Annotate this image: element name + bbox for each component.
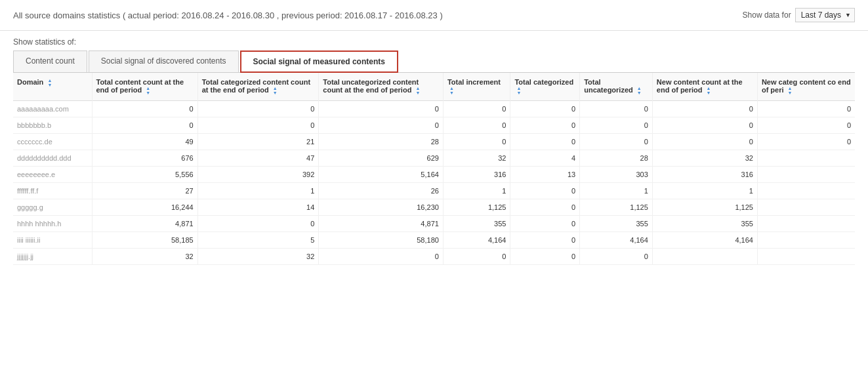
cell-col-0: 49 [92,134,197,150]
show-stats-label: Show statistics of: [13,37,855,47]
sort-total-categorized[interactable]: ▲ ▼ [516,86,521,95]
cell-col-7: 0 [757,117,855,134]
cell-col-4: 4 [510,150,580,167]
cell-col-0: 0 [92,101,197,117]
cell-col-7 [757,199,855,216]
cell-col-0: 4,871 [92,216,197,232]
table-row: jjjjjjj.jj 32320000 [13,249,855,265]
cell-col-2: 58,180 [319,232,444,249]
cell-col-7 [757,249,855,265]
cell-col-0: 5,556 [92,167,197,183]
cell-col-1: 1 [197,183,319,199]
cell-col-5: 0 [580,134,653,150]
cell-domain: hhhh hhhhh.h [13,216,92,232]
cell-col-1: 392 [197,167,319,183]
col-header-domain: Domain ▲ ▼ [13,73,92,101]
data-table-wrap: Domain ▲ ▼ Total content count at the en… [13,73,855,265]
cell-col-6: 1,125 [652,199,757,216]
table-row: ffffff.ff.f 271261011 [13,183,855,199]
cell-col-1: 0 [197,216,319,232]
cell-domain: ggggg.g [13,199,92,216]
cell-col-2: 0 [319,117,444,134]
cell-col-7 [757,216,855,232]
cell-col-1: 5 [197,232,319,249]
col-header-total-cat: Total categorized content count at the e… [197,73,319,101]
sort-total-cat[interactable]: ▲ ▼ [273,86,278,95]
cell-col-4: 0 [510,183,580,199]
cell-col-3: 32 [443,150,510,167]
cell-col-6 [652,249,757,265]
cell-col-0: 58,185 [92,232,197,249]
cell-col-4: 0 [510,134,580,150]
cell-col-2: 4,871 [319,216,444,232]
cell-col-5: 28 [580,150,653,167]
statistics-table: Domain ▲ ▼ Total content count at the en… [13,73,855,265]
sort-domain[interactable]: ▲ ▼ [47,78,52,87]
cell-col-4: 0 [510,199,580,216]
cell-col-6: 0 [652,134,757,150]
sort-total-uncategorized[interactable]: ▲ ▼ [637,86,642,95]
cell-col-2: 26 [319,183,444,199]
sort-new-content[interactable]: ▲ ▼ [707,86,711,95]
table-row: iiii iiiiii.ii 58,185558,1804,16404,1644… [13,232,855,249]
table-row: ccccccc.de 49212800000 [13,134,855,150]
cell-domain: ccccccc.de [13,134,92,150]
cell-col-4: 0 [510,249,580,265]
cell-col-1: 0 [197,101,319,117]
date-range-dropdown[interactable]: Last 7 days [795,8,855,22]
cell-domain: iiii iiiiii.ii [13,232,92,249]
cell-col-4: 0 [510,117,580,134]
cell-col-2: 629 [319,150,444,167]
cell-col-2: 28 [319,134,444,150]
cell-col-5: 0 [580,117,653,134]
table-row: dddddddddd.ddd 676476293242832 [13,150,855,167]
cell-col-5: 0 [580,249,653,265]
sort-total-uncat[interactable]: ▲ ▼ [415,86,420,95]
cell-col-3: 0 [443,101,510,117]
table-row: ggggg.g 16,2441416,2301,12501,1251,125 [13,199,855,216]
cell-col-3: 355 [443,216,510,232]
cell-col-7 [757,183,855,199]
cell-col-7: 0 [757,134,855,150]
page-title: All source domains statistics ( actual p… [13,10,443,20]
tab-content-count[interactable]: Content count [13,51,87,72]
tab-social-discovered[interactable]: Social signal of discovered contents [89,51,239,72]
sort-new-categ[interactable]: ▲ ▼ [788,86,793,95]
sort-total-increment[interactable]: ▲ ▼ [449,86,454,95]
cell-col-1: 14 [197,199,319,216]
cell-col-6: 0 [652,101,757,117]
table-row: aaaaaaaaa.com 00000000 [13,101,855,117]
cell-domain: aaaaaaaaa.com [13,101,92,117]
tab-social-measured[interactable]: Social signal of measured contents [240,51,398,73]
col-header-total-uncat: Total uncategorized content count at the… [319,73,444,101]
col-header-new-content-count: New content count at the end of period ▲… [652,73,757,101]
cell-col-3: 1,125 [443,199,510,216]
cell-col-7 [757,232,855,249]
cell-col-3: 1 [443,183,510,199]
cell-col-4: 13 [510,167,580,183]
cell-col-1: 21 [197,134,319,150]
cell-col-1: 32 [197,249,319,265]
cell-col-7 [757,167,855,183]
cell-col-2: 16,230 [319,199,444,216]
cell-col-0: 27 [92,183,197,199]
cell-col-7 [757,150,855,167]
cell-col-6: 1 [652,183,757,199]
cell-col-1: 47 [197,150,319,167]
tab-bar: Content count Social signal of discovere… [13,51,855,73]
cell-col-0: 16,244 [92,199,197,216]
cell-col-1: 0 [197,117,319,134]
cell-col-6: 32 [652,150,757,167]
cell-col-2: 5,164 [319,167,444,183]
show-data-for-control: Show data for Last 7 days [743,8,855,22]
col-header-new-categ: New categ content co end of peri ▲ ▼ [757,73,855,101]
table-row: hhhh hhhhh.h 4,87104,8713550355355 [13,216,855,232]
cell-col-5: 0 [580,101,653,117]
cell-col-7: 0 [757,101,855,117]
cell-col-3: 0 [443,249,510,265]
cell-col-5: 1 [580,183,653,199]
cell-domain: jjjjjjj.jj [13,249,92,265]
sort-total-content[interactable]: ▲ ▼ [146,86,150,95]
col-header-total-content-count: Total content count at the end of period… [92,73,197,101]
cell-domain: bbbbbbb.b [13,117,92,134]
